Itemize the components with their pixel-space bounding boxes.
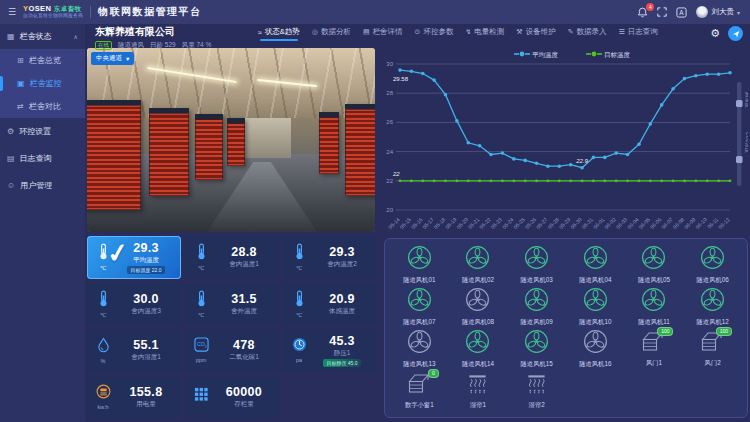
tab-5[interactable]: ↯电量检测 (465, 27, 504, 40)
metric-label: 平均温度 (133, 256, 159, 265)
svg-text:温湿度: 温湿度 (744, 92, 748, 108)
sidebar-item-icon: ⚙ (7, 127, 14, 136)
device-fan-13[interactable]: 隧道风机13 (391, 329, 448, 369)
device-fan-6[interactable]: 隧道风机06 (684, 245, 741, 285)
metric-label: 舍内温度3 (131, 307, 161, 316)
topbar: ☰ YOSEN 东卓畜牧 自动化畜牧业物联网服务商 物联网数据管理平台 4 A … (0, 0, 750, 24)
thermometer-icon (293, 243, 306, 264)
fan-icon (407, 245, 432, 274)
svg-text:05-18: 05-18 (433, 216, 447, 230)
sidebar-item-label: 日志查询 (20, 153, 52, 164)
thermometer-icon (195, 243, 208, 264)
thermometer-icon (195, 290, 208, 311)
svg-text:05-22: 05-22 (478, 216, 492, 230)
metric-target-badge: 目标静压 45.0 (323, 359, 360, 367)
device-fan-1[interactable]: 隧道风机01 (391, 245, 448, 285)
tab-6[interactable]: ⚒设备维护 (516, 27, 555, 40)
device-damper-18[interactable]: 100风门2 (684, 329, 741, 369)
device-fan-16[interactable]: 隧道风机16 (567, 329, 624, 369)
device-label: 数字小窗1 (405, 401, 434, 410)
svg-text:26: 26 (386, 119, 393, 125)
temperature-chart: 20222426283005-1405-1505-1605-1705-1805-… (380, 46, 748, 234)
metric-value: 55.1 (133, 338, 159, 352)
sidebar-subitem-2[interactable]: ▣栏舍监控 (0, 72, 85, 95)
device-fan-7[interactable]: 隧道风机07 (391, 287, 448, 327)
metric-card-1[interactable]: ℃29.3平均温度目标温度 22.0✓ (87, 236, 181, 279)
device-status-panel: 隧道风机01隧道风机02隧道风机03隧道风机04隧道风机05隧道风机06隧道风机… (384, 238, 748, 418)
device-fan-14[interactable]: 隧道风机14 (450, 329, 507, 369)
svg-text:05-25: 05-25 (512, 216, 526, 230)
fan-icon (641, 245, 666, 274)
svg-text:06-09: 06-09 (683, 216, 697, 230)
tab-1[interactable]: ≈状态&趋势 (258, 27, 300, 40)
svg-text:22: 22 (392, 171, 400, 177)
metric-card-4[interactable]: ℃30.0舍内温度3 (87, 283, 181, 326)
chevron-down-icon: ▾ (737, 9, 740, 16)
tab-icon: ✎ (568, 28, 574, 36)
device-label: 风门2 (705, 359, 721, 368)
notification-bell-icon[interactable]: 4 (637, 7, 648, 18)
device-fan-2[interactable]: 隧道风机02 (450, 245, 507, 285)
sidebar-group-barn-status[interactable]: ▦栏舍状态∧ (0, 24, 85, 49)
metric-unit: ℃ (296, 265, 302, 271)
metric-unit: ℃ (100, 312, 106, 318)
company-name: 东辉养殖有限公司 (95, 25, 211, 39)
device-fan-10[interactable]: 隧道风机10 (567, 287, 624, 327)
tab-2[interactable]: ◎数据分析 (312, 27, 351, 40)
tab-8[interactable]: ☰日志查询 (619, 27, 658, 40)
sidebar-subitem-1[interactable]: ⊞栏舍总览 (0, 49, 85, 72)
metric-card-11[interactable]: 60000存栏量 (185, 376, 279, 419)
device-fan-11[interactable]: 隧道风机11 (626, 287, 683, 327)
subitem-icon: ⊞ (17, 56, 24, 65)
metric-card-10[interactable]: kw.h155.8用电量 (87, 376, 181, 419)
camera-select-dropdown[interactable]: 中央通道 ▾ (91, 52, 134, 65)
svg-text:29.58: 29.58 (393, 76, 409, 82)
device-curtain-20[interactable]: 湿帘1 (450, 371, 507, 411)
sidebar-item-label: 栏舍监控 (30, 78, 62, 89)
sidebar-item-label: 环控设置 (19, 126, 51, 137)
metric-card-3[interactable]: ℃29.3舍内温度2 (283, 236, 377, 279)
metric-unit: ℃ (100, 265, 106, 271)
metric-unit: kw.h (97, 404, 108, 410)
metric-card-9[interactable]: pa45.3静压1目标静压 45.0 (283, 329, 377, 372)
sidebar-item-label: 栏舍总览 (29, 55, 61, 66)
svg-text:05-31: 05-31 (580, 216, 594, 230)
device-fan-15[interactable]: 隧道风机15 (508, 329, 565, 369)
device-damper-17[interactable]: 100风门1 (626, 329, 683, 369)
sidebar-item-1[interactable]: ⚙环控设置 (0, 118, 85, 145)
device-label: 湿帘2 (529, 401, 545, 410)
fullscreen-icon[interactable] (657, 7, 667, 17)
notification-count-badge: 4 (646, 3, 654, 11)
metric-card-6[interactable]: ℃20.9体感温度 (283, 283, 377, 326)
device-fan-9[interactable]: 隧道风机09 (508, 287, 565, 327)
device-fan-12[interactable]: 隧道风机12 (684, 287, 741, 327)
user-menu[interactable]: 刘大贵 ▾ (696, 6, 740, 18)
metric-label: 舍内湿度1 (131, 353, 161, 362)
metric-card-8[interactable]: CO2ppm478二氧化碳1 (185, 329, 279, 372)
tab-icon: ◎ (312, 28, 318, 36)
svg-text:A: A (680, 8, 685, 15)
tab-4[interactable]: ⊙环控参数 (415, 27, 454, 40)
sidebar-item-2[interactable]: ▤日志查询 (0, 145, 85, 172)
device-damper-19[interactable]: 0数字小窗1 (391, 371, 448, 411)
metric-card-2[interactable]: ℃28.8舍内温度1 (185, 236, 279, 279)
device-label: 风门1 (646, 359, 662, 368)
device-curtain-21[interactable]: 湿帘2 (508, 371, 565, 411)
svg-text:06-11: 06-11 (706, 216, 719, 229)
tab-3[interactable]: ▤栏舍详情 (363, 27, 403, 40)
sidebar-item-3[interactable]: ☺用户管理 (0, 172, 85, 199)
device-fan-3[interactable]: 隧道风机03 (508, 245, 565, 285)
device-fan-5[interactable]: 隧道风机05 (626, 245, 683, 285)
assistant-button[interactable] (728, 26, 743, 41)
metric-card-5[interactable]: ℃31.5舍外温度 (185, 283, 279, 326)
settings-gear-icon[interactable]: ⚙ (710, 27, 720, 40)
air-volume-label: 风量 (182, 41, 195, 48)
metric-card-7[interactable]: %55.1舍内湿度1 (87, 329, 181, 372)
tab-7[interactable]: ✎数据录入 (568, 27, 607, 40)
device-fan-8[interactable]: 隧道风机08 (450, 287, 507, 327)
device-fan-4[interactable]: 隧道风机04 (567, 245, 624, 285)
language-icon[interactable]: A (676, 7, 687, 18)
sidebar-collapse-icon[interactable]: ☰ (8, 7, 16, 17)
svg-text:05-30: 05-30 (569, 216, 583, 230)
sidebar-subitem-3[interactable]: ⇄栏舍对比 (0, 95, 85, 118)
